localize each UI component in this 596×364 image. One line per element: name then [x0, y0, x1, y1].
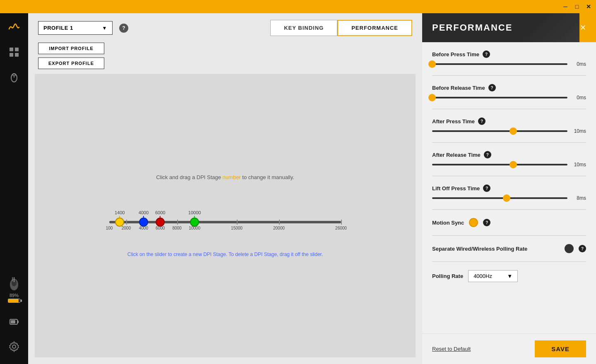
battery-percent: 89% — [10, 293, 19, 298]
lift-off-press-time-label-row: Lift Off Press Time ? — [432, 184, 586, 192]
divider-7 — [432, 261, 586, 262]
motion-sync-label: Motion Sync — [432, 220, 464, 226]
battery-bar — [8, 299, 20, 303]
axis-label-26000: 26000 — [335, 226, 347, 230]
divider-3 — [432, 142, 586, 143]
svg-rect-5 — [13, 74, 15, 76]
after-press-time-label: After Press Time — [432, 118, 475, 125]
tick-2000 — [126, 220, 127, 225]
dpi-dot-10000[interactable] — [190, 218, 199, 227]
after-press-time-label-row: After Press Time ? — [432, 117, 586, 125]
separate-polling-label: Separate Wired/Wireless Polling Rate — [432, 246, 560, 252]
sidebar-item-wave[interactable] — [5, 18, 23, 36]
separate-polling-toggle[interactable] — [565, 244, 574, 253]
divider-1 — [432, 75, 586, 76]
setting-polling-rate: Polling Rate 4000Hz ▼ — [432, 270, 586, 282]
before-press-time-thumb[interactable] — [428, 60, 436, 68]
sidebar-item-device[interactable] — [5, 68, 23, 86]
right-panel-body: Before Press Time ? 0ms Before Release T… — [422, 42, 596, 333]
after-press-time-slider[interactable] — [432, 130, 567, 132]
sidebar-bottom-icons — [5, 313, 23, 356]
top-help-icon[interactable]: ? — [119, 24, 128, 33]
motion-sync-toggle[interactable] — [469, 218, 478, 227]
app-body: 89% PR — [0, 13, 596, 364]
after-release-time-slider[interactable] — [432, 164, 567, 165]
reset-default-button[interactable]: Reset to Default — [432, 346, 471, 352]
divider-2 — [432, 109, 586, 109]
before-release-time-help[interactable]: ? — [488, 84, 496, 91]
divider-5 — [432, 209, 586, 210]
tick-15000 — [237, 220, 238, 225]
export-profile-button[interactable]: EXPORT PROFILE — [38, 57, 104, 69]
before-release-time-label: Before Release Time — [432, 85, 485, 91]
svg-rect-0 — [10, 48, 13, 51]
lift-off-press-time-help[interactable]: ? — [483, 184, 490, 192]
dpi-dot-1400[interactable] — [115, 218, 124, 227]
after-release-time-label-row: After Release Time ? — [432, 151, 586, 158]
before-press-time-help[interactable]: ? — [483, 50, 490, 58]
lift-off-press-time-slider[interactable] — [432, 197, 567, 199]
profile-arrow: ▼ — [102, 25, 107, 31]
polling-rate-select[interactable]: 4000Hz ▼ — [468, 270, 518, 282]
setting-after-release-time: After Release Time ? 10ms — [432, 151, 586, 168]
tick-26000 — [341, 220, 342, 225]
motion-sync-help[interactable]: ? — [483, 219, 490, 226]
axis-label-100: 100 — [106, 226, 113, 230]
tick-20000 — [279, 220, 280, 225]
svg-rect-3 — [15, 53, 19, 57]
svg-rect-1 — [15, 48, 19, 51]
before-press-time-label: Before Press Time — [432, 51, 479, 57]
polling-rate-row: Polling Rate 4000Hz ▼ — [432, 270, 586, 282]
tab-key-binding[interactable]: KEY BINDING — [270, 20, 337, 36]
after-press-time-help[interactable]: ? — [478, 117, 485, 125]
right-panel-footer: Reset to Default SAVE — [422, 333, 596, 364]
dpi-dot-4000[interactable] — [139, 218, 148, 227]
maximize-button[interactable]: □ — [573, 2, 581, 11]
after-press-time-value: 10ms — [572, 128, 586, 134]
dpi-track[interactable] — [109, 221, 341, 223]
tick-8000 — [177, 220, 178, 225]
title-bar: ─ □ ✕ — [0, 0, 596, 13]
dpi-slider-container[interactable]: 1400 4000 6000 10000 — [109, 200, 341, 235]
tab-buttons: KEY BINDING PERFORMANCE — [270, 20, 412, 36]
minimize-button[interactable]: ─ — [561, 2, 570, 11]
before-release-time-slider-row: 0ms — [432, 95, 586, 101]
after-press-time-thumb[interactable] — [509, 127, 517, 135]
axis-label-20000: 20000 — [273, 226, 285, 230]
profile-select[interactable]: PROFILE 1 ▼ — [38, 21, 113, 35]
before-release-time-thumb[interactable] — [428, 94, 436, 101]
before-press-time-slider[interactable] — [432, 63, 567, 65]
dpi-instruction-highlight: number — [223, 174, 241, 180]
top-bar: PROFILE 1 ▼ ? KEY BINDING PERFORMANCE — [28, 13, 422, 43]
lift-off-press-time-thumb[interactable] — [503, 194, 510, 202]
close-button[interactable]: ✕ — [584, 2, 593, 11]
before-release-time-slider[interactable] — [432, 97, 567, 98]
close-panel-button[interactable]: ✕ — [580, 23, 586, 32]
divider-4 — [432, 176, 586, 176]
lift-off-press-time-label: Lift Off Press Time — [432, 185, 480, 192]
after-release-time-thumb[interactable] — [509, 161, 517, 168]
setting-motion-sync: Motion Sync ? — [432, 218, 586, 227]
sidebar-item-settings[interactable] — [5, 338, 23, 356]
sidebar-item-battery[interactable] — [5, 313, 23, 331]
after-release-time-help[interactable]: ? — [484, 151, 491, 158]
svg-point-14 — [12, 345, 16, 348]
save-button[interactable]: SAVE — [535, 340, 586, 357]
setting-before-press-time: Before Press Time ? 0ms — [432, 50, 586, 67]
after-release-time-slider-row: 10ms — [432, 162, 586, 168]
axis-label-15000: 15000 — [231, 226, 243, 230]
right-panel-header: PERFORMANCE ✕ — [422, 13, 596, 42]
divider-6 — [432, 235, 586, 236]
setting-lift-off-press-time: Lift Off Press Time ? 8ms — [432, 184, 586, 201]
main-content: PROFILE 1 ▼ ? KEY BINDING PERFORMANCE IM… — [28, 13, 422, 364]
separate-polling-help[interactable]: ? — [579, 245, 586, 252]
axis-label-4000: 4000 — [139, 226, 148, 230]
after-press-time-slider-row: 10ms — [432, 128, 586, 134]
setting-after-press-time: After Press Time ? 10ms — [432, 117, 586, 134]
svg-rect-13 — [11, 320, 15, 323]
import-profile-button[interactable]: IMPORT PROFILE — [38, 43, 104, 54]
sidebar-item-grid[interactable] — [5, 43, 23, 61]
before-press-time-slider-row: 0ms — [432, 61, 586, 67]
dpi-dot-6000[interactable] — [156, 218, 165, 227]
tab-performance[interactable]: PERFORMANCE — [337, 20, 412, 36]
